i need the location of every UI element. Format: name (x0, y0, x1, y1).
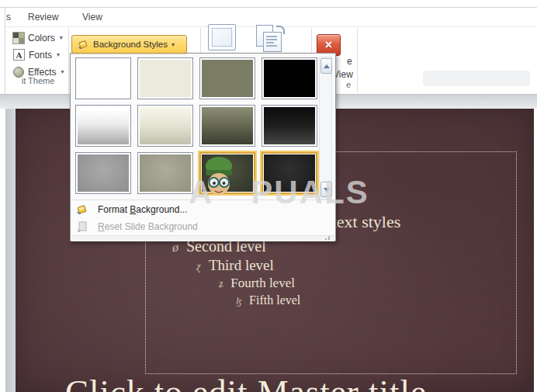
colors-button[interactable]: Colors ▾ (10, 30, 66, 45)
chevron-down-icon: ▾ (60, 34, 63, 41)
background-styles-label: Background Styles (93, 40, 168, 49)
placeholder-text-level5[interactable]: ɮ Fifth level (236, 293, 300, 307)
level5-text: Fifth level (249, 293, 300, 307)
group-separator (68, 28, 69, 93)
placeholder-text-level3[interactable]: ɀ Third level (196, 257, 274, 274)
fonts-button[interactable]: A Fonts ▾ (10, 47, 63, 62)
page-setup-icon[interactable] (208, 24, 236, 50)
scroll-up-button[interactable] (320, 58, 332, 74)
reset-slide-background-menu-item: Reset Slide Background (71, 218, 334, 235)
resize-grip-icon (324, 236, 332, 241)
master-title-placeholder[interactable]: Click to edit Master title (65, 372, 427, 392)
tab-partial[interactable]: s (6, 12, 11, 23)
tab-review[interactable]: Review (28, 12, 58, 23)
arrow-up-icon (324, 64, 330, 68)
chevron-down-icon: ▾ (171, 41, 175, 48)
bullet-icon: ɀ (196, 259, 201, 273)
bullet-icon: ʑ (219, 278, 223, 290)
background-styles-button[interactable]: Background Styles ▾ (71, 35, 187, 54)
close-master-view-label-fragment: e (347, 56, 352, 67)
background-style-swatch[interactable] (137, 152, 193, 194)
placeholder-text-level4[interactable]: ʑ Fourth level (219, 276, 295, 291)
background-style-swatch[interactable] (75, 57, 131, 99)
slide-orientation-icon[interactable] (256, 25, 286, 53)
page-setup-icon-inner (212, 28, 232, 47)
background-style-swatch[interactable] (75, 105, 131, 147)
paint-bucket-icon (76, 203, 88, 216)
background-style-swatch[interactable] (75, 152, 131, 194)
chevron-down-icon: ▾ (61, 68, 64, 75)
background-style-swatch[interactable] (262, 105, 317, 147)
edit-theme-group-label: it Theme (7, 76, 69, 85)
bullet-icon: ø (172, 241, 178, 255)
editor-left-gutter (5, 109, 16, 392)
group-separator (357, 28, 358, 93)
powerpoint-slide-master-screen: s Review View Colors ▾ A Fonts ▾ Effects… (0, 0, 537, 392)
background-style-swatch[interactable] (199, 57, 255, 99)
reset-background-icon (76, 220, 88, 233)
chevron-down-icon: ▾ (57, 51, 60, 58)
fonts-icon: A (13, 49, 25, 61)
level3-text: Third level (209, 257, 274, 274)
colors-label: Colors (28, 33, 55, 43)
background-style-swatch[interactable] (199, 105, 255, 147)
level4-text: Fourth level (230, 276, 295, 291)
background-style-swatch[interactable] (262, 57, 317, 99)
fonts-label: Fonts (29, 50, 52, 61)
bullet-icon: ɮ (236, 296, 241, 307)
front-page-icon (263, 32, 282, 52)
reset-slide-background-label: Reset Slide Background (98, 221, 198, 232)
colors-icon (13, 33, 24, 43)
background-styles-menu: Format Background... Reset Slide Backgro… (70, 53, 336, 241)
ribbon-empty-panel (423, 71, 530, 86)
tab-view[interactable]: View (82, 12, 102, 23)
background-style-swatch[interactable] (137, 57, 193, 99)
paint-bucket-icon (78, 39, 89, 50)
menu-resize-bar[interactable] (71, 235, 334, 241)
format-background-label: Format Background... (98, 204, 187, 215)
appuals-mascot-icon (200, 154, 239, 203)
close-group-label-fragment: e (346, 80, 351, 89)
watermark-text-right: PUALS (251, 174, 369, 211)
background-style-swatch[interactable] (137, 105, 193, 147)
